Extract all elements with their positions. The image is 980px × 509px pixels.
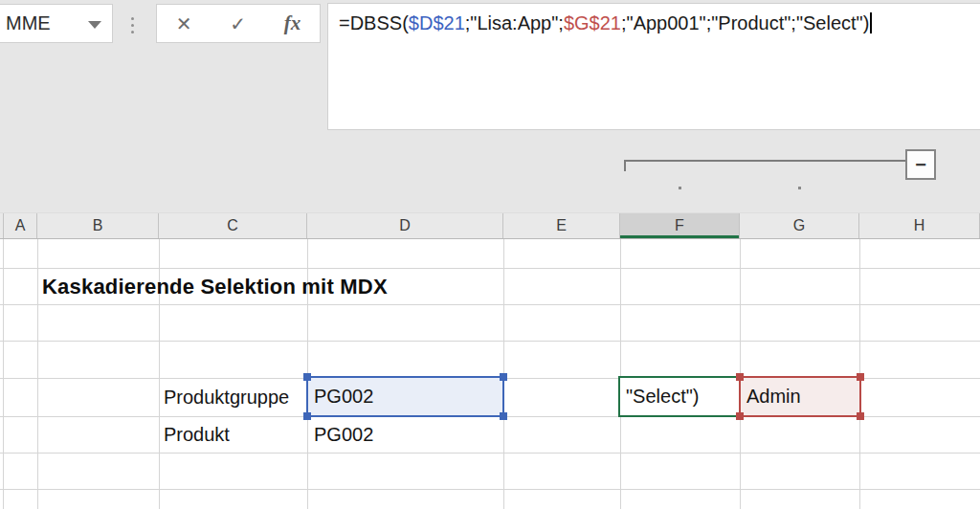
formula-segment-ref-red: $G$21: [564, 12, 621, 33]
column-header-D[interactable]: D: [307, 213, 503, 238]
selection-handle[interactable]: [500, 412, 507, 420]
worksheet-grid[interactable]: Kaskadierende Selektion mit MDX Produktg…: [0, 239, 980, 509]
cell-f21-active-edit[interactable]: "Select"): [618, 376, 741, 417]
column-header-B[interactable]: B: [37, 213, 159, 238]
formula-bar[interactable]: =DBSS($D$21;"Lisa:App";$G$21;"App001";"P…: [327, 3, 980, 130]
gridline-v: [3, 239, 4, 509]
selection-handle[interactable]: [857, 373, 864, 381]
cell-produkt-value[interactable]: PG002: [314, 416, 373, 453]
gridline-h: [0, 489, 980, 490]
cell-d21-value: PG002: [308, 386, 373, 408]
name-box-value: MME: [0, 12, 51, 34]
cell-f21-value: "Select"): [620, 386, 699, 408]
collapse-outline-button[interactable]: −: [905, 149, 936, 180]
text-cursor: [870, 12, 872, 33]
gridline-v: [620, 239, 621, 509]
gridline-h: [0, 453, 980, 454]
excel-window: MME ✕ ✓ fx =DBSS($D$21;"Lisa:App";$G$21;…: [0, 0, 980, 509]
name-box[interactable]: MME: [0, 4, 113, 43]
column-headers: A B C D E F G H: [0, 212, 980, 239]
selection-handle[interactable]: [736, 373, 744, 381]
column-header-F-selected[interactable]: F: [620, 213, 740, 238]
cell-g21-red-reference[interactable]: Admin: [739, 376, 861, 417]
formula-segment: ;"Lisa:App";: [465, 12, 564, 33]
cell-produktgruppe-label[interactable]: Produktgruppe: [164, 378, 289, 416]
column-header-A[interactable]: A: [3, 213, 37, 238]
selection-handle[interactable]: [500, 373, 507, 381]
selection-handle[interactable]: [736, 412, 744, 420]
cell-g21-value: Admin: [741, 386, 801, 408]
gridline-h: [0, 304, 980, 305]
outline-dot: [798, 187, 801, 189]
column-header-G[interactable]: G: [740, 213, 859, 238]
insert-function-icon[interactable]: fx: [284, 13, 301, 33]
cancel-icon[interactable]: ✕: [176, 14, 192, 33]
cell-produkt-label[interactable]: Produkt: [164, 416, 230, 453]
name-box-dropdown-icon[interactable]: [88, 21, 101, 29]
selection-handle[interactable]: [303, 412, 311, 420]
cell-d21-blue-reference[interactable]: PG002: [306, 376, 504, 417]
column-header-C[interactable]: C: [159, 213, 307, 238]
formula-text: =DBSS($D$21;"Lisa:App";$G$21;"App001";"P…: [339, 12, 980, 56]
outline-dot: [679, 187, 681, 189]
enter-icon[interactable]: ✓: [230, 14, 246, 33]
formula-segment: ;"App001";"Product";"Select"): [621, 12, 869, 33]
formula-segment-ref-blue: $D$21: [409, 12, 465, 33]
formula-buttons: ✕ ✓ fx: [156, 4, 321, 43]
column-header-H[interactable]: H: [859, 213, 980, 238]
selection-handle[interactable]: [857, 412, 864, 420]
outline-group-line: [624, 160, 907, 162]
formula-segment: =DBSS(: [339, 12, 409, 33]
column-header-E[interactable]: E: [503, 213, 620, 238]
gridline-h: [0, 341, 980, 342]
formula-bar-area: MME ✕ ✓ fx =DBSS($D$21;"Lisa:App";$G$21;…: [0, 0, 980, 212]
gridline-v: [37, 239, 38, 509]
cell-title[interactable]: Kaskadierende Selektion mit MDX: [42, 269, 388, 304]
vertical-dots-separator: [131, 13, 134, 37]
selection-handle[interactable]: [303, 373, 311, 381]
